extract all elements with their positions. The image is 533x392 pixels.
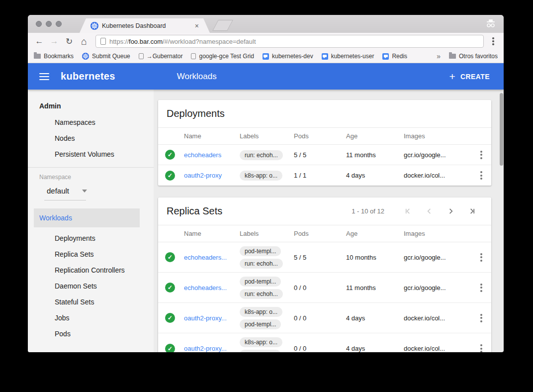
titlebar: Kubernetes Dashboard ×: [28, 15, 504, 33]
incognito-icon: [485, 18, 497, 29]
sidebar-item-workloads[interactable]: Workloads: [34, 208, 140, 227]
row-menu-button[interactable]: [471, 253, 491, 262]
bookmark-redis[interactable]: Redis: [382, 53, 407, 60]
label-chip[interactable]: pod-templ...: [240, 319, 281, 329]
browser-menu-button[interactable]: [488, 37, 499, 45]
sidebar-item-deployments[interactable]: Deployments: [28, 230, 154, 246]
table-row: ✓ echoheaders... pod-templ... run: echoh…: [158, 242, 491, 273]
bookmark-kubernetes-user[interactable]: kubernetes-user: [322, 53, 374, 60]
label-chip[interactable]: k8s-app: o...: [240, 171, 282, 181]
bookmark-kubernetes-dev[interactable]: kubernetes-dev: [263, 53, 313, 60]
row-menu-button[interactable]: [471, 171, 491, 180]
column-labels: Labels: [238, 132, 292, 140]
bookmark-otros-favoritos-folder[interactable]: Otros favoritos: [449, 53, 498, 60]
page-icon[interactable]: [100, 38, 106, 45]
column-name: Name: [182, 230, 238, 237]
deployment-link[interactable]: echoheaders: [182, 151, 238, 159]
namespace-value: default: [47, 187, 69, 195]
bookmarks-bar: Bookmarks Submit Queue →Gubernator googl…: [28, 50, 504, 63]
url-text[interactable]: https://foo.bar.com/#/workload?namespace…: [109, 38, 256, 45]
namespace-select[interactable]: default: [28, 187, 154, 195]
age-value: 11 months: [344, 151, 402, 159]
bookmark-label: Otros favoritos: [459, 53, 498, 60]
forward-button[interactable]: →: [48, 35, 61, 48]
bookmark-submit-queue[interactable]: Submit Queue: [82, 53, 130, 60]
tab-close-icon[interactable]: ×: [195, 22, 199, 29]
replica-set-link[interactable]: oauth2-proxy...: [182, 345, 238, 352]
last-page-icon: [468, 207, 476, 215]
sidebar-item-pods[interactable]: Pods: [28, 326, 154, 342]
row-menu-button[interactable]: [471, 344, 491, 352]
pods-count: 5 / 5: [292, 254, 344, 261]
new-tab-button[interactable]: [212, 20, 233, 31]
app-header: kubernetes Workloads + CREATE: [28, 63, 504, 90]
previous-page-button[interactable]: [419, 207, 440, 215]
next-page-button[interactable]: [440, 207, 461, 215]
age-value: 4 days: [344, 345, 402, 352]
label-chip[interactable]: pod-templ...: [240, 277, 281, 287]
bookmark-google-gce-test-grid[interactable]: google-gce Test Grid: [191, 53, 254, 60]
row-menu-button[interactable]: [471, 284, 491, 292]
pods-count: 0 / 0: [292, 314, 344, 322]
sidebar-divider: [28, 167, 154, 168]
scrollbar[interactable]: [500, 93, 503, 166]
kubernetes-icon: [90, 22, 98, 30]
label-chip[interactable]: pod-templ...: [240, 246, 281, 256]
replica-set-link[interactable]: echoheaders...: [182, 254, 238, 261]
column-pods: Pods: [292, 230, 344, 237]
label-chip[interactable]: run: echoh...: [240, 289, 283, 299]
window-controls: [36, 21, 62, 27]
sidebar-item-jobs[interactable]: Jobs: [28, 310, 154, 326]
browser-toolbar: ← → ↻ ⌂ https://foo.bar.com/#/workload?n…: [28, 33, 504, 50]
status-ok-icon: ✓: [165, 344, 175, 353]
row-menu-button[interactable]: [471, 151, 491, 159]
chevron-right-icon: [447, 207, 454, 215]
bookmarks-overflow-chevron[interactable]: »: [437, 52, 441, 60]
row-menu-button[interactable]: [471, 314, 491, 322]
reload-button[interactable]: ↻: [63, 35, 76, 48]
deployment-link[interactable]: oauth2-proxy: [182, 172, 238, 179]
label-chip[interactable]: run: echoh...: [240, 259, 283, 269]
sidebar-item-replication-controllers[interactable]: Replication Controllers: [28, 262, 154, 278]
close-window-button[interactable]: [36, 21, 42, 27]
page-icon: [139, 53, 144, 59]
status-ok-icon: ✓: [165, 150, 175, 160]
column-age: Age: [344, 132, 402, 140]
zoom-window-button[interactable]: [56, 21, 62, 27]
sidebar-item-namespaces[interactable]: Namespaces: [28, 114, 154, 130]
sidebar-item-nodes[interactable]: Nodes: [28, 130, 154, 146]
bookmark-bookmarks-folder[interactable]: Bookmarks: [34, 53, 74, 60]
images-value: docker.io/col...: [402, 345, 471, 352]
bookmark-gubernator[interactable]: →Gubernator: [139, 53, 183, 60]
label-chip[interactable]: k8s-app: o...: [240, 307, 282, 317]
images-value: docker.io/col...: [402, 172, 471, 179]
minimize-window-button[interactable]: [46, 21, 52, 27]
sidebar-item-daemon-sets[interactable]: Daemon Sets: [28, 278, 154, 294]
first-page-button[interactable]: [397, 207, 419, 215]
images-value: gcr.io/google...: [402, 151, 471, 159]
last-page-button[interactable]: [461, 207, 483, 215]
browser-tab[interactable]: Kubernetes Dashboard ×: [80, 18, 210, 33]
label-chip[interactable]: k8s-app: o...: [240, 337, 282, 347]
create-button[interactable]: + CREATE: [449, 71, 490, 82]
label-chip[interactable]: run: echoh...: [240, 150, 283, 160]
status-ok-icon: ✓: [165, 252, 175, 262]
pods-count: 0 / 0: [292, 284, 344, 292]
status-ok-icon: ✓: [165, 171, 175, 181]
sidebar-item-stateful-sets[interactable]: Stateful Sets: [28, 294, 154, 310]
label-chip[interactable]: pod-templ...: [240, 350, 281, 352]
column-age: Age: [344, 230, 402, 237]
sidebar-item-replica-sets[interactable]: Replica Sets: [28, 246, 154, 262]
bookmark-label: kubernetes-user: [331, 53, 374, 60]
address-bar[interactable]: https://foo.bar.com/#/workload?namespace…: [95, 35, 484, 48]
bookmark-label: kubernetes-dev: [272, 53, 313, 60]
chevron-down-icon: [82, 190, 87, 195]
sidebar-item-persistent-volumes[interactable]: Persistent Volumes: [28, 146, 154, 162]
hamburger-menu-icon[interactable]: [39, 73, 49, 80]
back-button[interactable]: ←: [33, 35, 46, 48]
column-images: Images: [402, 230, 471, 237]
home-button[interactable]: ⌂: [78, 35, 90, 48]
sidebar-item-admin[interactable]: Admin: [28, 98, 154, 114]
replica-set-link[interactable]: echoheaders...: [182, 284, 238, 292]
replica-set-link[interactable]: oauth2-proxy...: [182, 314, 238, 322]
